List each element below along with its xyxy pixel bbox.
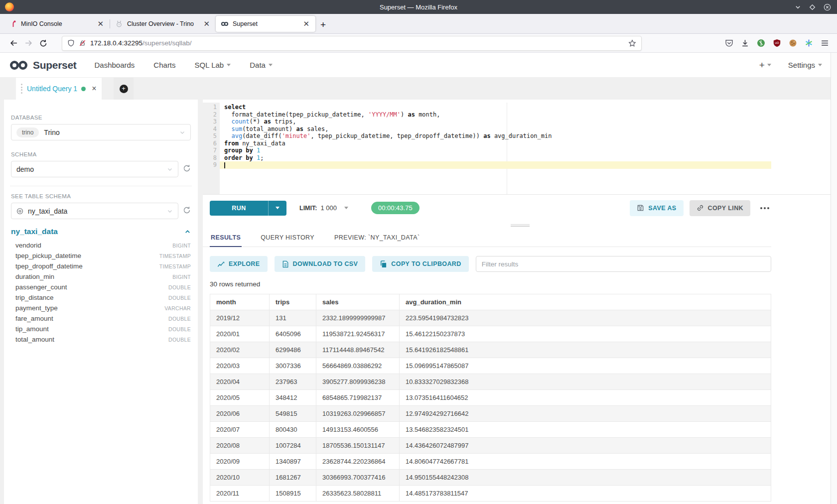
tab-query-history[interactable]: QUERY HISTORY: [260, 229, 315, 247]
code-line[interactable]: count(*) as trips,: [220, 118, 771, 126]
column-name: payment_type: [15, 304, 58, 312]
tab-close-icon[interactable]: ✕: [302, 19, 310, 28]
filter-results-input[interactable]: [476, 256, 771, 272]
table-row: 2020/0654981510319263.02996685712.974924…: [210, 406, 771, 422]
table-cell: 14.806047742667781: [400, 454, 771, 470]
run-button-label[interactable]: RUN: [210, 201, 269, 216]
results-column-header[interactable]: sales: [316, 294, 400, 310]
table-name: ny_taxi_data: [11, 227, 58, 236]
add-query-tab-button[interactable]: +: [114, 78, 134, 100]
chart-line-icon: [217, 260, 225, 268]
more-options-button[interactable]: [758, 204, 771, 212]
column-row: trip_distanceDOUBLE: [11, 294, 191, 304]
reload-button[interactable]: [36, 36, 51, 50]
ublock-shield-icon[interactable]: uO: [773, 39, 781, 47]
table-select[interactable]: ny_taxi_data: [11, 203, 178, 219]
bookmark-star-icon[interactable]: [628, 39, 636, 47]
download-icon[interactable]: [741, 39, 749, 47]
tab-preview-table[interactable]: PREVIEW: `NY_TAXI_DATA`: [333, 229, 421, 247]
save-as-button[interactable]: SAVE AS: [630, 200, 683, 216]
code-token: avg: [231, 132, 242, 139]
cookie-icon[interactable]: [789, 39, 797, 47]
browser-tab-trino[interactable]: Cluster Overview - Trino ✕: [110, 16, 216, 32]
table-cell: 6854865.719982137: [316, 390, 400, 406]
column-row: tpep_dropoff_datetimeTIMESTAMP: [11, 262, 191, 273]
schema-select[interactable]: demo: [11, 161, 178, 177]
back-button[interactable]: [6, 36, 21, 50]
lock-crossed-icon[interactable]: [79, 39, 86, 47]
explore-button[interactable]: EXPLORE: [210, 256, 268, 272]
editor-code[interactable]: select format_datetime(tpep_pickup_datet…: [220, 103, 771, 194]
results-column-header[interactable]: month: [210, 294, 270, 310]
table-accordion-header[interactable]: ny_taxi_data: [11, 227, 191, 236]
nav-item-sql-lab[interactable]: SQL Lab: [195, 61, 231, 69]
browser-tab-minio[interactable]: MinIO Console ✕: [4, 16, 110, 32]
superset-logo[interactable]: Superset: [8, 59, 76, 71]
new-tab-button[interactable]: +: [320, 20, 326, 29]
code-line[interactable]: group by 1: [220, 147, 771, 154]
code-token: [224, 126, 231, 132]
limit-dropdown[interactable]: LIMIT: 1 000: [299, 204, 348, 212]
query-tab-close-icon[interactable]: ×: [92, 84, 96, 93]
copy-clipboard-button[interactable]: COPY TO CLIPBOARD: [372, 256, 468, 272]
copy-link-button[interactable]: COPY LINK: [690, 200, 750, 216]
forward-button[interactable]: [21, 36, 36, 50]
table-cell: 18705536.150131147: [316, 438, 400, 454]
table-cell: 2020/06: [210, 406, 270, 422]
menu-icon[interactable]: [821, 39, 829, 47]
refresh-tables-icon[interactable]: [183, 206, 191, 216]
table-cell: 2020/11: [210, 486, 270, 502]
workspace: DATABASE trino Trino SCHEMA demo SEE TAB…: [0, 100, 837, 504]
drag-handle-icon[interactable]: [21, 84, 22, 94]
column-type: DOUBLE: [168, 337, 191, 343]
code-line[interactable]: order by 1;: [220, 154, 771, 162]
pocket-icon[interactable]: [725, 39, 733, 47]
results-column-header[interactable]: trips: [270, 294, 316, 310]
tab-results[interactable]: RESULTS: [210, 229, 242, 247]
svg-text:uO: uO: [775, 41, 779, 44]
nav-item-data[interactable]: Data: [250, 61, 273, 69]
nav-item-charts[interactable]: Charts: [153, 61, 175, 69]
new-item-button[interactable]: +: [759, 60, 771, 71]
code-line[interactable]: sum(total_amount) as sales,: [220, 126, 771, 133]
query-tab-label: Untitled Query 1: [27, 85, 77, 93]
table-cell: 2019/12: [210, 310, 270, 326]
download-csv-button[interactable]: DOWNLOAD TO CSV: [275, 256, 366, 272]
table-eye-icon: [16, 208, 23, 215]
superset-infinity-icon: [221, 20, 229, 28]
chevron-up-icon[interactable]: [184, 229, 191, 235]
run-options-button[interactable]: [269, 201, 286, 216]
url-field[interactable]: 172.18.0.4:32295/superset/sqllab/: [62, 36, 642, 51]
code-line[interactable]: format_datetime(tpep_pickup_datetime, 'Y…: [220, 111, 771, 119]
tab-close-icon[interactable]: ✕: [96, 19, 105, 28]
code-line[interactable]: select: [220, 104, 771, 111]
refresh-schemas-icon[interactable]: [183, 164, 191, 174]
shield-icon[interactable]: [67, 39, 75, 47]
chevron-down-icon: [179, 129, 185, 135]
sql-editor[interactable]: 123456789 select format_datetime(tpep_pi…: [203, 103, 771, 194]
sparkle-extension-icon[interactable]: [805, 39, 813, 47]
pane-resizer-handle[interactable]: [203, 221, 837, 229]
browser-tab-superset[interactable]: Superset ✕: [216, 16, 315, 32]
window-maximize-button[interactable]: [809, 4, 816, 10]
settings-menu[interactable]: Settings: [788, 61, 822, 69]
main-pane: 123456789 select format_datetime(tpep_pi…: [203, 100, 837, 504]
nav-item-dashboards[interactable]: Dashboards: [94, 61, 135, 69]
table-cell: 26335623.58028811: [316, 486, 400, 502]
code-token: as: [264, 118, 271, 125]
column-row: total_amountDOUBLE: [11, 336, 191, 346]
window-close-button[interactable]: [824, 3, 831, 11]
extension-green-icon[interactable]: [757, 39, 765, 47]
table-cell: 348412: [270, 390, 316, 406]
table-cell: 15.641926182548861: [400, 342, 771, 358]
code-line[interactable]: [220, 161, 771, 169]
tab-close-icon[interactable]: ✕: [202, 19, 211, 28]
code-line[interactable]: avg(date_diff('minute', tpep_pickup_date…: [220, 132, 771, 140]
window-minimize-button[interactable]: [795, 4, 801, 10]
results-column-header[interactable]: avg_duration_min: [400, 294, 771, 310]
run-button[interactable]: RUN: [210, 201, 286, 216]
query-tab[interactable]: Untitled Query 1 ×: [16, 78, 102, 100]
code-line[interactable]: from ny_taxi_data: [220, 140, 771, 147]
page-scrollbar[interactable]: [831, 53, 837, 504]
database-select[interactable]: trino Trino: [11, 124, 191, 140]
